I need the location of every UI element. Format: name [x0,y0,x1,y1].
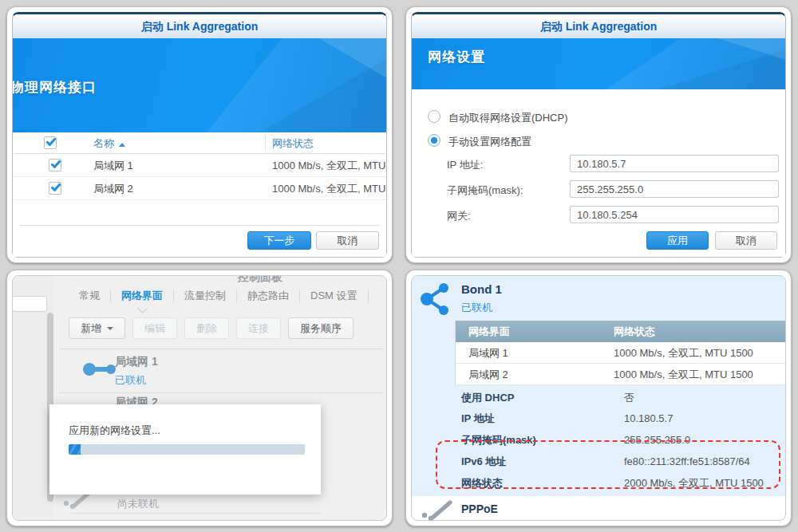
dialog-title: 启动 Link Aggregation [13,14,386,38]
next-button[interactable]: 下一步 [247,231,311,250]
progress-message: 应用新的网络设置... [69,424,160,438]
table-row[interactable]: 局域网 2 1000 Mb/s, 全双工, MTU [14,177,385,200]
divider [71,513,321,514]
interface-list-item-status[interactable]: 已联机 [115,373,146,388]
bond-details-view: Bond 1 已联机 网络界面 网络状态 局域网 1 1000 Mb/s, 全双… [411,275,786,521]
detail-row: IP 地址 10.180.5.7 [412,408,785,429]
subnet-mask-input[interactable] [570,180,779,198]
bond-members-table: 网络界面 网络状态 局域网 1 1000 Mb/s, 全双工, MTU 1500… [455,321,785,385]
detail-value: 10.180.5.7 [624,408,673,429]
column-header-name[interactable]: 名称 [93,132,125,154]
service-order-button[interactable]: 服务顺序 [288,317,354,339]
column-divider [265,136,266,151]
lan-interface-icon [81,360,120,379]
banner-heading: 物理网络接口 [13,78,97,97]
bond-icon [418,281,452,317]
link-aggregation-dialog-1: 启动 Link Aggregation 物理网络接口 名称 网络状态 局域网 1… [12,12,387,258]
detail-label: 网络状态 [461,472,503,494]
panel-control-panel: 控制面板 常规 网络界面 流量控制 静态路由 DSM 设置 [6,270,393,526]
detail-row: 使用 DHCP 否 [412,387,785,408]
tab-bar: 常规 网络界面 流量控制 静态路由 DSM 设置 [69,284,369,308]
member-name: 局域网 1 [468,342,508,364]
row-checkbox[interactable] [49,182,61,195]
offline-status-label: 尚未联机 [117,497,159,511]
subnet-mask-label: 子网掩码(mask): [447,183,523,198]
select-all-checkbox[interactable] [44,136,57,149]
tab-general[interactable]: 常规 [69,284,110,308]
member-status: 1000 Mb/s, 全双工, MTU 1500 [614,364,753,385]
table-header: 网络界面 网络状态 [456,321,785,342]
detail-row-highlighted: IPv6 地址 fe80::211:32ff:fe51:8587/64 [412,451,785,472]
dialog-banner: 网络设置 [412,38,785,89]
dhcp-radio-label[interactable]: 自动取得网络设置(DHCP) [448,111,568,125]
sidebar-search-fragment[interactable] [12,296,47,312]
panel-wizard-interfaces: 启动 Link Aggregation 物理网络接口 名称 网络状态 局域网 1… [6,6,393,263]
member-status: 1000 Mb/s, 全双工, MTU 1500 [614,342,753,364]
table-row: 局域网 2 1000 Mb/s, 全双工, MTU 1500 [456,364,785,385]
progress-dialog: 应用新的网络设置... [49,404,321,495]
tab-dsm-settings[interactable]: DSM 设置 [300,284,368,308]
detail-label: IPv6 地址 [461,451,506,472]
divider [59,392,383,393]
detail-row-highlighted: 网络状态 2000 Mb/s, 全双工, MTU 1500 [412,472,785,494]
tab-traffic-control[interactable]: 流量控制 [174,284,236,308]
table-row[interactable]: 局域网 1 1000 Mb/s, 全双工, MTU [14,154,385,177]
detail-value: fe80::211:32ff:fe51:8587/64 [624,451,750,472]
pppoe-icon [420,499,455,521]
interface-name: 局域网 1 [93,154,133,177]
dialog-banner: 物理网络接口 [13,38,386,132]
row-checkbox[interactable] [49,159,61,171]
control-panel-window: 控制面板 常规 网络界面 流量控制 静态路由 DSM 设置 [12,275,387,521]
connect-button[interactable]: 连接 [236,317,281,339]
ip-address-label: IP 地址: [447,158,483,172]
dropdown-caret-icon [107,327,113,330]
gateway-input[interactable] [570,206,779,223]
edit-button[interactable]: 编辑 [132,317,177,339]
manual-radio-label[interactable]: 手动设置网络配置 [448,135,531,149]
progress-bar-fill [69,444,81,455]
ip-address-input[interactable] [570,155,779,172]
divider [59,349,383,349]
apply-button[interactable]: 应用 [646,231,709,250]
cancel-button[interactable]: 取消 [715,231,777,250]
link-aggregation-dialog-2: 启动 Link Aggregation 网络设置 自动取得网络设置(DHCP) … [411,12,786,258]
detail-value: 否 [624,387,634,408]
sort-ascending-icon [119,143,125,147]
gateway-label: 网关: [447,209,471,223]
interface-name: 局域网 2 [93,177,133,200]
bond-name[interactable]: Bond 1 [461,282,502,296]
pppoe-item-label[interactable]: PPPoE [461,502,498,515]
column-header-interface: 网络界面 [468,321,510,342]
panel-wizard-network: 启动 Link Aggregation 网络设置 自动取得网络设置(DHCP) … [405,6,792,263]
tab-static-route[interactable]: 静态路由 [237,284,299,308]
dhcp-radio[interactable] [428,110,440,123]
toolbar: 新增 编辑 删除 连接 服务顺序 [69,317,354,339]
screenshot-collage: 启动 Link Aggregation 物理网络接口 名称 网络状态 局域网 1… [0,0,798,532]
bond-status-link[interactable]: 已联机 [461,301,492,315]
footer-divider [19,225,380,226]
delete-button[interactable]: 删除 [184,317,229,339]
detail-value: 2000 Mb/s, 全双工, MTU 1500 [624,472,764,494]
panel-bond-result: Bond 1 已联机 网络界面 网络状态 局域网 1 1000 Mb/s, 全双… [405,270,792,526]
column-header-status[interactable]: 网络状态 [272,132,314,154]
banner-heading: 网络设置 [428,48,485,66]
progress-bar [69,444,305,455]
table-row: 局域网 1 1000 Mb/s, 全双工, MTU 1500 [456,342,785,364]
cancel-button[interactable]: 取消 [316,231,379,250]
interface-status: 1000 Mb/s, 全双工, MTU [272,154,385,177]
interface-status: 1000 Mb/s, 全双工, MTU [272,177,385,200]
column-header-status: 网络状态 [614,321,655,342]
dialog-title: 启动 Link Aggregation [412,14,785,38]
member-name: 局域网 2 [468,364,508,385]
table-header: 名称 网络状态 [14,132,385,154]
manual-radio[interactable] [428,134,440,147]
detail-label: 使用 DHCP [461,387,514,408]
create-button[interactable]: 新增 [69,317,125,339]
interface-list-item-name[interactable]: 局域网 1 [115,355,158,369]
detail-label: IP 地址 [461,408,495,429]
